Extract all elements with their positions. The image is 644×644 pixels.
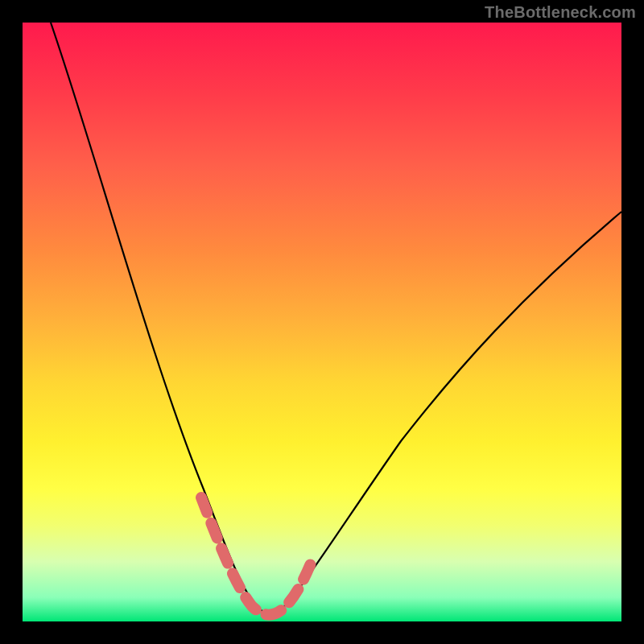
bottleneck-curve	[51, 23, 621, 613]
plot-area	[23, 23, 621, 621]
chart-frame: TheBottleneck.com	[0, 0, 644, 644]
curve-layer	[23, 23, 621, 621]
watermark-text: TheBottleneck.com	[485, 3, 636, 22]
highlight-dashes	[201, 497, 314, 615]
